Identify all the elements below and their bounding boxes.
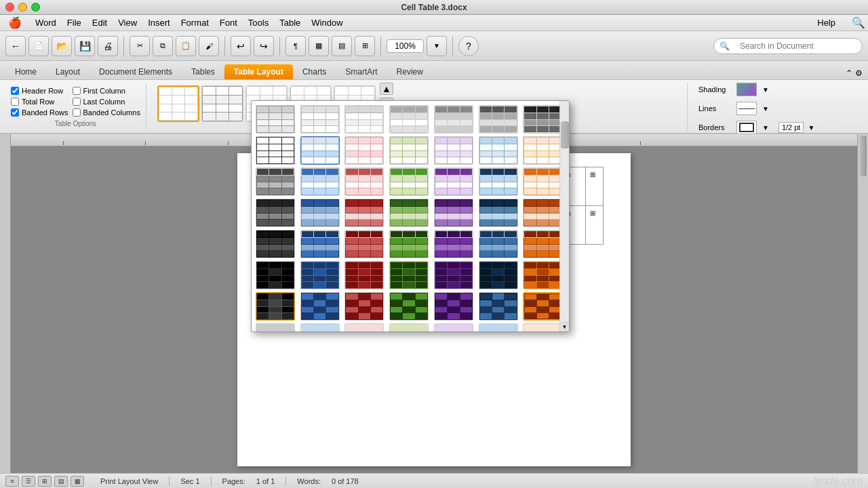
menu-view[interactable]: View: [113, 16, 142, 29]
ds-plain-5[interactable]: [434, 105, 473, 134]
help-btn[interactable]: ?: [458, 36, 479, 56]
style-up-btn[interactable]: ▲: [380, 83, 393, 95]
view-btn-1[interactable]: ≡: [5, 476, 19, 487]
ds-teal-light[interactable]: [479, 136, 518, 165]
save-btn[interactable]: 💾: [75, 36, 95, 56]
print-btn[interactable]: 🖨: [98, 36, 118, 56]
ds-purple5[interactable]: [434, 292, 473, 321]
ds-orange-med[interactable]: [523, 167, 562, 196]
checkbox-total-row[interactable]: Total Row: [11, 98, 68, 106]
ds-blue5[interactable]: [300, 292, 340, 321]
paragraph-btn[interactable]: ¶: [285, 36, 306, 56]
menu-word[interactable]: Word: [30, 16, 62, 29]
ds-purple2[interactable]: [434, 199, 473, 227]
format-painter-btn[interactable]: 🖌: [199, 36, 219, 56]
table-style-1[interactable]: [201, 85, 243, 122]
open-btn[interactable]: 📂: [52, 36, 72, 56]
columns-btn[interactable]: ▤: [332, 36, 352, 56]
right-scrollbar[interactable]: [857, 134, 868, 473]
menu-table[interactable]: Table: [274, 16, 306, 29]
dropdown-thumb[interactable]: [561, 121, 569, 148]
tab-smartart[interactable]: SmartArt: [336, 64, 387, 79]
table-btn[interactable]: ▦: [309, 36, 329, 56]
tab-charts[interactable]: Charts: [293, 64, 336, 79]
ds-dark4[interactable]: [256, 261, 295, 289]
borders-dropdown-btn[interactable]: ▼: [762, 124, 769, 131]
ds-plain-3[interactable]: [344, 105, 384, 134]
ds-red3[interactable]: [344, 230, 384, 258]
scroll-down-arrow[interactable]: ▼: [560, 322, 569, 331]
zoom-btn[interactable]: ▼: [427, 36, 447, 56]
total-row-check[interactable]: [11, 98, 19, 106]
ds-plain-1[interactable]: [256, 105, 295, 134]
ds-red5[interactable]: [344, 292, 384, 321]
undo-btn[interactable]: ↩: [231, 36, 251, 56]
ds-green-light[interactable]: [389, 136, 429, 165]
cut-btn[interactable]: ✂: [130, 36, 150, 56]
menu-edit[interactable]: Edit: [87, 16, 113, 29]
menu-insert[interactable]: Insert: [142, 16, 176, 29]
ds-teal5[interactable]: [479, 292, 518, 321]
tab-home[interactable]: Home: [5, 64, 46, 79]
ds-extra-5[interactable]: [434, 323, 473, 331]
ds-orange-light[interactable]: [523, 136, 562, 165]
ds-plain-7[interactable]: [523, 105, 562, 134]
ribbon-collapse-btn[interactable]: ⌃: [846, 68, 852, 78]
ds-teal-med[interactable]: [479, 167, 518, 196]
menu-help[interactable]: Help: [812, 16, 841, 29]
ds-extra-2[interactable]: [300, 323, 340, 331]
ds-teal4[interactable]: [479, 261, 518, 289]
tab-layout[interactable]: Layout: [46, 64, 90, 79]
checkbox-last-column[interactable]: Last Column: [73, 98, 140, 106]
close-button[interactable]: [5, 3, 14, 12]
ds-dark-med[interactable]: [256, 167, 295, 196]
checkbox-banded-columns[interactable]: Banded Columns: [73, 108, 140, 117]
ds-red4[interactable]: [344, 261, 384, 289]
last-col-check[interactable]: [73, 98, 81, 106]
maximize-button[interactable]: [31, 3, 40, 12]
dropdown-scrollbar[interactable]: ▼: [559, 101, 569, 331]
ds-dark5[interactable]: [256, 292, 295, 321]
ds-red2[interactable]: [344, 199, 384, 227]
minimize-button[interactable]: [18, 3, 27, 12]
ds-plain-6[interactable]: [479, 105, 518, 134]
borders-color-btn[interactable]: [736, 121, 757, 134]
view-btn-2[interactable]: ☰: [22, 476, 35, 487]
ds-green2[interactable]: [389, 199, 429, 227]
menu-file[interactable]: File: [62, 16, 87, 29]
scrollbar-thumb[interactable]: [860, 136, 867, 176]
ds-col-none[interactable]: [256, 136, 295, 165]
ds-extra-3[interactable]: [344, 323, 384, 331]
ds-orange2[interactable]: [523, 199, 562, 227]
ds-orange5[interactable]: [523, 292, 562, 321]
shading-dropdown-btn[interactable]: ▼: [762, 86, 769, 94]
apple-menu[interactable]: 🍎: [3, 15, 27, 30]
ds-green4[interactable]: [389, 261, 429, 289]
ds-green3[interactable]: [389, 230, 429, 258]
lines-dropdown-btn[interactable]: ▼: [762, 105, 769, 113]
new-btn[interactable]: 📄: [28, 36, 49, 56]
tab-document-elements[interactable]: Document Elements: [90, 64, 182, 79]
ds-plain-4[interactable]: [389, 105, 429, 134]
copy-btn[interactable]: ⧉: [153, 36, 173, 56]
ds-purple3[interactable]: [434, 230, 473, 258]
search-input[interactable]: [734, 40, 856, 52]
ds-blue3[interactable]: [300, 230, 340, 258]
ds-blue4[interactable]: [300, 261, 340, 289]
lines-style-btn[interactable]: [736, 102, 757, 115]
ds-extra-6[interactable]: [479, 323, 518, 331]
first-col-check[interactable]: [73, 87, 81, 95]
checkbox-first-column[interactable]: First Column: [73, 87, 140, 95]
ds-green-med[interactable]: [389, 167, 429, 196]
ds-extra-7[interactable]: [523, 323, 562, 331]
header-row-check[interactable]: [11, 87, 19, 95]
ds-extra-4[interactable]: [389, 323, 429, 331]
ribbon-settings-btn[interactable]: ⚙: [855, 68, 863, 78]
ds-extra-1[interactable]: [256, 323, 295, 331]
ds-purple-light[interactable]: [434, 136, 473, 165]
table-style-0[interactable]: [157, 85, 199, 122]
banded-col-check[interactable]: [73, 108, 81, 117]
menu-window[interactable]: Window: [306, 16, 348, 29]
ds-red-light[interactable]: [344, 136, 384, 165]
tab-review[interactable]: Review: [387, 64, 433, 79]
